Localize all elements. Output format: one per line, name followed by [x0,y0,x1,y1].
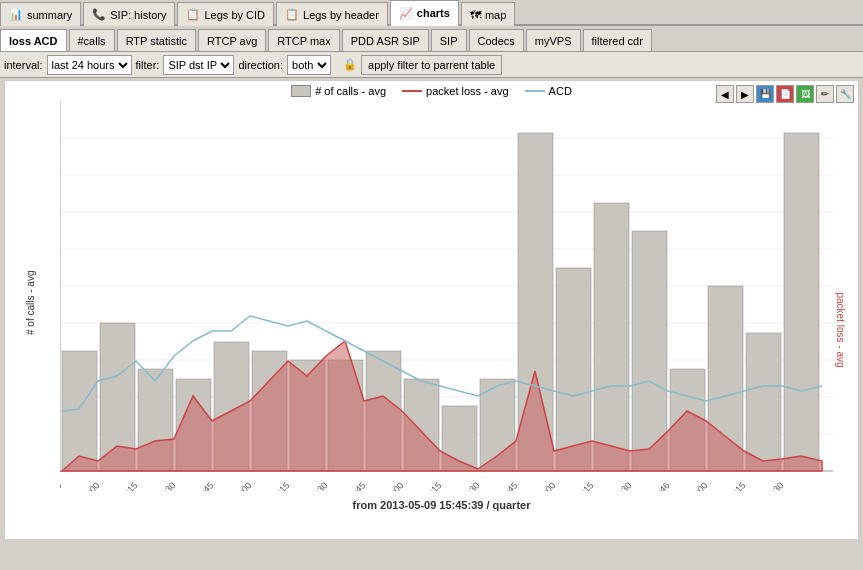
svg-text:10 06:45: 10 06:45 [488,480,520,491]
legend-acd: ACD [525,85,572,97]
tab-codecs[interactable]: Codecs [469,29,524,51]
tab-loss-acd-label: loss ACD [9,35,58,47]
svg-text:10 03:00: 10 03:00 [374,480,406,491]
sip-history-icon: 📞 [92,8,106,21]
svg-text:09 15:45: 09 15:45 [60,480,63,491]
svg-text:09 17:00: 09 17:00 [70,480,102,491]
svg-text:10 04:15: 10 04:15 [412,480,444,491]
tab-map-label: map [485,9,506,21]
loss-legend-swatch [402,90,422,92]
main-chart-svg: 0 8 16 24 32 40 48 56 64 72 80 0.2 % 0.4… [60,101,833,491]
svg-rect-52 [746,333,781,471]
tab-sip-label: SIP [440,35,458,47]
svg-text:09 18:15: 09 18:15 [108,480,140,491]
tab-legs-by-header[interactable]: 📋 Legs by header [276,2,388,26]
svg-text:10 05:30: 10 05:30 [450,480,482,491]
svg-rect-53 [784,133,819,471]
main-tab-bar: 📊 summary 📞 SIP: history 📋 Legs by CID 📋… [0,0,863,26]
chart-svg-wrapper: # of calls - avg packet loss - avg [5,101,858,566]
summary-icon: 📊 [9,8,23,21]
svg-text:10 09:15: 10 09:15 [564,480,596,491]
tab-map[interactable]: 🗺 map [461,2,515,26]
svg-text:10 01:45: 10 01:45 [336,480,368,491]
tab-rtcp-max[interactable]: RTCP max [268,29,339,51]
tab-charts[interactable]: 📈 charts [390,0,459,26]
tab-codecs-label: Codecs [478,35,515,47]
tab-pdd-asr-sip[interactable]: PDD ASR SIP [342,29,429,51]
apply-filter-button[interactable]: apply filter to parrent table [361,55,502,75]
svg-text:10 15:30: 10 15:30 [754,480,786,491]
x-axis-labels: 09 15:45 09 17:00 09 18:15 09 19:30 09 2… [60,480,785,491]
tab-legs-by-header-label: Legs by header [303,9,379,21]
svg-text:10 14:15: 10 14:15 [716,480,748,491]
tab-legs-by-cid-label: Legs by CID [204,9,265,21]
svg-text:09 19:30: 09 19:30 [146,480,178,491]
direction-label: direction: [238,59,283,71]
tab-myvps-label: myVPS [535,35,572,47]
direction-select[interactable]: both in out [287,55,331,75]
tab-calls[interactable]: #calls [69,29,115,51]
map-icon: 🗺 [470,9,481,21]
svg-text:10 08:00: 10 08:00 [526,480,558,491]
svg-text:10 13:00: 10 13:00 [678,480,710,491]
legs-cid-icon: 📋 [186,8,200,21]
loss-legend-label: packet loss - avg [426,85,509,97]
y-axis-right-label: packet loss - avg [835,293,846,328]
legend-loss: packet loss - avg [402,85,509,97]
svg-rect-47 [556,268,591,471]
svg-text:10 11:46: 10 11:46 [640,480,672,491]
svg-rect-48 [594,203,629,471]
filter-label: filter: [136,59,160,71]
acd-legend-label: ACD [549,85,572,97]
svg-text:10 10:30: 10 10:30 [602,480,634,491]
interval-select[interactable]: last 24 hours last 7 days last 30 days [47,55,132,75]
tab-summary-label: summary [27,9,72,21]
calls-legend-label: # of calls - avg [315,85,386,97]
charts-icon: 📈 [399,7,413,20]
legs-header-icon: 📋 [285,8,299,21]
tab-sip-history-label: SIP: history [110,9,166,21]
filter-icon: 🔒 [343,58,357,71]
tab-loss-acd[interactable]: loss ACD [0,29,67,51]
svg-text:09 22:00: 09 22:00 [222,480,254,491]
acd-legend-swatch [525,90,545,92]
calls-legend-swatch [291,85,311,97]
filter-select[interactable]: SIP dst IP SIP src IP none [163,55,234,75]
y-axis-left-label: # of calls - avg [25,285,36,335]
tab-rtp-label: RTP statistic [126,35,187,47]
secondary-tab-bar: loss ACD #calls RTP statistic RTCP avg R… [0,26,863,52]
tab-rtcp-avg-label: RTCP avg [207,35,257,47]
tab-myvps[interactable]: myVPS [526,29,581,51]
svg-text:09 23:15: 09 23:15 [260,480,292,491]
svg-text:09 20:45: 09 20:45 [184,480,216,491]
chart-area: # of calls - avg packet loss - avg ACD ◀… [4,80,859,540]
tab-filtered-cdr[interactable]: filtered cdr [583,29,652,51]
tab-calls-label: #calls [78,35,106,47]
chart-footer: from 2013-05-09 15:45:39 / quarter [60,499,823,511]
svg-text:10 00:30: 10 00:30 [298,480,330,491]
tab-sip[interactable]: SIP [431,29,467,51]
tab-rtcp-avg[interactable]: RTCP avg [198,29,266,51]
tab-rtcp-max-label: RTCP max [277,35,330,47]
chart-toolbar: interval: last 24 hours last 7 days last… [0,52,863,78]
tab-pdd-label: PDD ASR SIP [351,35,420,47]
tab-charts-label: charts [417,7,450,19]
tab-sip-history[interactable]: 📞 SIP: history [83,2,175,26]
tab-rtp-statistic[interactable]: RTP statistic [117,29,196,51]
svg-rect-49 [632,231,667,471]
tab-summary[interactable]: 📊 summary [0,2,81,26]
legend-calls: # of calls - avg [291,85,386,97]
tab-legs-by-cid[interactable]: 📋 Legs by CID [177,2,274,26]
interval-label: interval: [4,59,43,71]
tab-filtered-cdr-label: filtered cdr [592,35,643,47]
